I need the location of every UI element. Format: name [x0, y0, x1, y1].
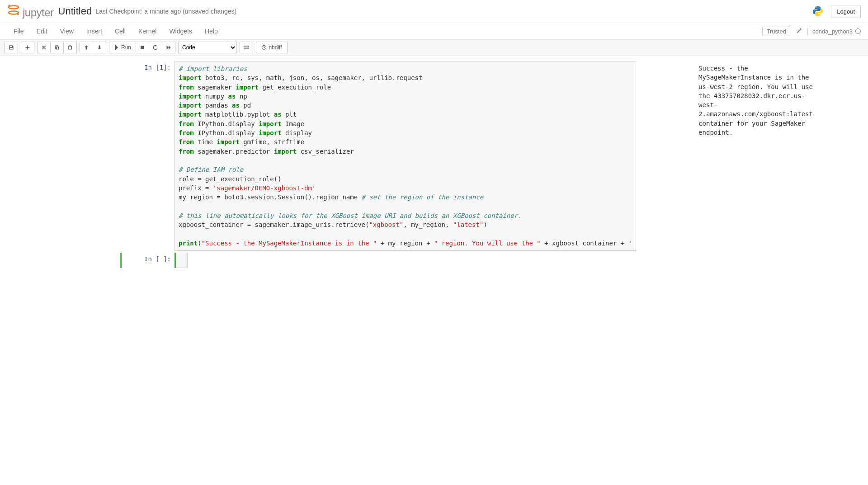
notebook-container: In [1]:# import libraries import boto3, … — [0, 56, 868, 275]
code-input-area[interactable]: # import libraries import boto3, re, sys… — [175, 61, 636, 251]
kernel-status-indicator — [855, 28, 861, 34]
move-down-button[interactable] — [93, 42, 106, 53]
svg-rect-7 — [141, 46, 144, 49]
menu-insert[interactable]: Insert — [80, 25, 108, 38]
menu-view[interactable]: View — [54, 25, 80, 38]
run-label: Run — [121, 44, 131, 51]
paste-icon — [67, 45, 73, 50]
save-icon — [9, 45, 14, 50]
clock-icon — [261, 45, 267, 50]
menu-kernel[interactable]: Kernel — [132, 25, 163, 38]
input-prompt: In [1]: — [116, 61, 175, 251]
run-play-icon — [114, 45, 119, 50]
menu-help[interactable]: Help — [198, 25, 224, 38]
python-logo-icon — [812, 5, 824, 17]
jupyter-logo-icon — [7, 4, 20, 16]
code-input-area[interactable] — [175, 253, 188, 268]
restart-run-all-button[interactable] — [162, 42, 175, 53]
command-palette-button[interactable] — [240, 42, 253, 53]
input-prompt: In [ ]: — [116, 253, 175, 268]
kernel-name-text: conda_python3 — [812, 28, 853, 35]
svg-rect-6 — [115, 45, 116, 50]
stop-icon — [140, 45, 145, 50]
logout-button[interactable]: Logout — [831, 5, 861, 18]
menu-edit[interactable]: Edit — [30, 25, 54, 38]
svg-point-1 — [9, 11, 19, 14]
move-up-button[interactable] — [80, 42, 93, 53]
output-area: Success - the MySageMakerInstance is in … — [695, 61, 816, 140]
trusted-indicator[interactable]: Trusted — [762, 27, 790, 36]
nbdiff-button[interactable]: nbdiff — [256, 42, 288, 53]
notebook-header: jupyter Untitled Last Checkpoint: a minu… — [0, 0, 868, 23]
svg-point-4 — [816, 7, 816, 8]
menu-widgets[interactable]: Widgets — [163, 25, 198, 38]
jupyter-brand-text: jupyter — [23, 6, 54, 19]
svg-rect-10 — [246, 47, 247, 47]
checkpoint-status: Last Checkpoint: a minute ago (unsaved c… — [95, 8, 236, 15]
nbdiff-label: nbdiff — [269, 44, 282, 51]
arrow-down-icon — [97, 45, 102, 50]
menu-cell[interactable]: Cell — [108, 25, 132, 38]
plus-icon — [25, 45, 30, 50]
svg-point-5 — [819, 14, 820, 15]
svg-point-2 — [8, 5, 10, 6]
keyboard-icon — [244, 45, 249, 50]
svg-rect-12 — [245, 48, 248, 48]
kernel-name[interactable]: conda_python3 — [807, 28, 861, 35]
svg-point-0 — [9, 6, 19, 9]
menu-items-container: FileEditViewInsertCellKernelWidgetsHelp — [7, 25, 224, 38]
output-prompt — [636, 61, 695, 251]
svg-rect-9 — [245, 47, 245, 47]
restart-icon — [153, 45, 158, 50]
edit-icon[interactable] — [796, 28, 802, 35]
copy-icon — [54, 45, 60, 50]
code-cell[interactable]: In [1]:# import libraries import boto3, … — [116, 61, 752, 251]
notebook-name[interactable]: Untitled — [58, 5, 92, 17]
save-button[interactable] — [5, 42, 18, 53]
add-cell-button[interactable] — [21, 42, 34, 53]
arrow-up-icon — [84, 45, 89, 50]
menubar: FileEditViewInsertCellKernelWidgetsHelp … — [0, 23, 868, 40]
code-cell[interactable]: In [ ]: — [116, 253, 752, 268]
svg-point-3 — [17, 14, 19, 15]
scissors-icon — [41, 45, 47, 50]
cut-button[interactable] — [37, 42, 51, 53]
stop-button[interactable] — [136, 42, 149, 53]
svg-rect-8 — [244, 46, 249, 49]
notebook-cells: In [1]:# import libraries import boto3, … — [108, 61, 760, 268]
cell-type-select[interactable]: Code — [178, 42, 237, 53]
copy-button[interactable] — [51, 42, 64, 53]
jupyter-logo[interactable]: jupyter — [7, 4, 54, 19]
run-button[interactable]: Run — [109, 42, 136, 53]
menu-file[interactable]: File — [7, 25, 30, 38]
svg-rect-11 — [247, 47, 248, 47]
toolbar: Run Code nbdiff — [0, 40, 868, 56]
paste-button[interactable] — [64, 42, 77, 53]
restart-button[interactable] — [149, 42, 162, 53]
fast-forward-icon — [166, 45, 171, 50]
